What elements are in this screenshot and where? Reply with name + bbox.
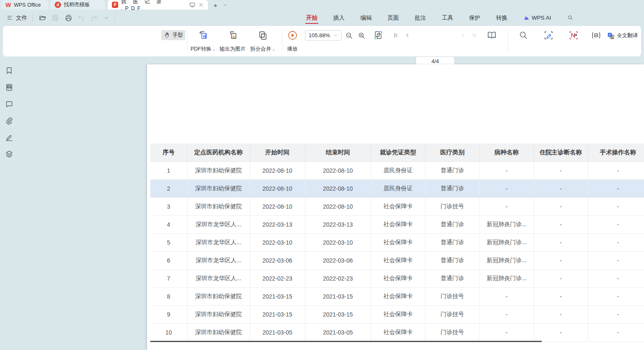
zoom-level-select[interactable]: 105.88% [305, 30, 342, 41]
tab-page[interactable]: 页面 [387, 10, 400, 26]
tab-wps-office[interactable]: W WPS Office [1, 0, 48, 10]
tab-list-chevron-icon[interactable] [221, 1, 229, 9]
table-cell: - [534, 287, 588, 305]
zoom-in-button[interactable] [356, 30, 367, 41]
wps-ai-button[interactable]: WPS AI [522, 11, 552, 25]
table-cell: - [479, 161, 534, 179]
table-header-row: 序号 定点医药机构名称 开始时间 结束时间 就诊凭证类型 医疗类别 病种名称 住… [150, 143, 644, 161]
table-cell: 2022-03-13 [250, 215, 305, 233]
tab-home[interactable]: 开始 [305, 10, 318, 26]
find-replace-icon-button[interactable] [518, 30, 529, 41]
table-cell: - [479, 305, 534, 323]
screenshot-compare-icon-button[interactable] [568, 30, 579, 41]
table-cell: 社会保障卡 [371, 287, 425, 305]
table-cell: 新冠肺炎门诊... [479, 233, 534, 251]
new-tab-label: + [214, 2, 218, 9]
comments-panel-button[interactable] [5, 100, 13, 108]
col-header: 开始时间 [250, 143, 305, 161]
tab-tools[interactable]: 工具 [441, 10, 454, 26]
table-cell: 社会保障卡 [371, 323, 425, 341]
table-cell: 2021-03-15 [250, 305, 305, 323]
table-row: 6深圳市龙华区人...2022-03-062022-03-06社会保障卡普通门诊… [150, 251, 644, 269]
export-image-button[interactable]: 输出为图片 [217, 29, 248, 54]
read-mode-icon-button[interactable] [486, 29, 497, 40]
rotate-pages-button[interactable] [373, 30, 384, 41]
col-header: 医疗类别 [425, 143, 479, 161]
table-row: 8深圳市妇幼保健院2021-03-152021-03-15社会保障卡门诊挂号--… [150, 287, 644, 305]
table-cell: 2022-03-06 [305, 251, 371, 269]
first-page-button[interactable] [391, 30, 401, 41]
zoom-in-icon [357, 31, 366, 40]
tab-annotate[interactable]: 批注 [414, 10, 427, 26]
tab-label: WPS Office [14, 2, 41, 8]
table-cell: 深圳市妇幼保健院 [187, 305, 250, 323]
play-button[interactable]: 播放 [284, 29, 301, 54]
hamburger-icon [6, 14, 14, 22]
first-page-icon [393, 32, 399, 38]
table-cell: 8 [150, 287, 187, 305]
horizontal-scrollbar[interactable] [150, 341, 542, 342]
hand-tool-label: 手型 [172, 32, 183, 39]
pdf-convert-label: PDF转换⌄ [190, 46, 216, 53]
undo-icon[interactable] [77, 14, 85, 22]
file-menu-label: 文件 [16, 14, 27, 22]
tab-convert[interactable]: 转换 [495, 10, 508, 26]
split-merge-button[interactable]: 拆分合并⌄ [249, 29, 276, 54]
table-row: 2深圳市妇幼保健院2022-08-102022-08-10居民身份证普通门诊--… [150, 179, 644, 197]
bookmarks-panel-button[interactable] [5, 66, 13, 75]
col-header: 就诊凭证类型 [371, 143, 425, 161]
previous-page-icon [404, 32, 411, 38]
hand-tool-button[interactable]: 手型 [161, 30, 185, 40]
tab-insert[interactable]: 插入 [332, 10, 345, 26]
table-cell: - [534, 269, 588, 287]
new-tab-button[interactable]: + [211, 1, 220, 9]
table-cell: 2022-02-23 [305, 269, 371, 287]
zoom-out-button[interactable] [344, 30, 355, 41]
medical-records-table: 序号 定点医药机构名称 开始时间 结束时间 就诊凭证类型 医疗类别 病种名称 住… [150, 143, 644, 342]
ribbon-toolbar: 手型 选择 W PDF转换⌄ 输出为图片 拆分合并⌄ 播放 105.88% 1:… [3, 26, 641, 56]
pdf-convert-button[interactable]: W PDF转换⌄ [189, 29, 217, 54]
full-translate-button[interactable]: A 全文翻译 [607, 32, 638, 40]
left-panel-sidebar [0, 56, 18, 350]
save-icon[interactable] [51, 14, 59, 22]
tab-docer-template[interactable]: d 找稻壳模板 [51, 0, 105, 10]
table-cell: 2021-03-15 [305, 287, 371, 305]
more-commands-chevron-icon[interactable] [102, 14, 110, 22]
open-folder-icon[interactable] [38, 14, 46, 22]
layers-panel-button[interactable] [5, 150, 13, 158]
compress-icon-button[interactable] [591, 30, 601, 41]
hand-icon [164, 32, 170, 38]
table-cell: 1 [150, 161, 187, 179]
file-menu-button[interactable]: 文件 [3, 12, 30, 23]
table-body: 1深圳市妇幼保健院2022-08-102022-08-10居民身份证普通门诊--… [150, 161, 644, 341]
table-row: 10深圳市妇幼保健院2021-03-052021-03-05社会保障卡门诊挂号-… [150, 323, 644, 341]
divider [508, 31, 508, 52]
table-cell: 2022-03-13 [305, 215, 371, 233]
table-cell: 门诊挂号 [425, 197, 479, 215]
close-icon[interactable] [198, 2, 204, 8]
table-cell: - [588, 305, 644, 323]
edit-content-icon-button[interactable] [543, 30, 554, 41]
table-cell: 社会保障卡 [371, 305, 425, 323]
table-cell: 4 [150, 215, 187, 233]
table-cell: - [534, 215, 588, 233]
next-page-button[interactable] [458, 30, 467, 41]
thumbnails-panel-button[interactable] [5, 83, 13, 92]
table-cell: - [588, 323, 644, 341]
attachments-panel-button[interactable] [5, 117, 13, 125]
print-icon[interactable] [64, 14, 72, 22]
tab-protect[interactable]: 保护 [468, 10, 481, 26]
bookmark-icon [5, 66, 13, 75]
document-page[interactable]: 序号 定点医药机构名称 开始时间 结束时间 就诊凭证类型 医疗类别 病种名称 住… [147, 64, 644, 350]
tab-edit[interactable]: 编辑 [360, 10, 373, 26]
signature-panel-button[interactable] [5, 133, 13, 142]
table-cell: - [588, 197, 644, 215]
menu-search-icon[interactable] [566, 11, 574, 25]
tab-document-pdf[interactable]: P 就 医 记 录 .PDF [108, 0, 208, 10]
table-cell: 社会保障卡 [371, 251, 425, 269]
monitor-icon[interactable] [189, 2, 195, 8]
last-page-button[interactable] [469, 30, 478, 41]
previous-page-button[interactable] [403, 30, 412, 41]
next-page-icon [460, 32, 466, 38]
redo-icon[interactable] [90, 14, 98, 22]
